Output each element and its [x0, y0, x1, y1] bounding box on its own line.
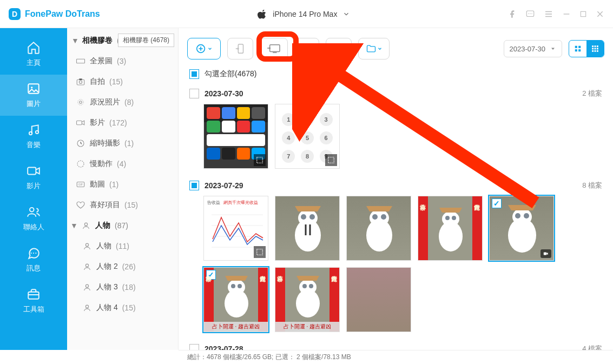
grid-small-view[interactable] — [586, 41, 604, 57]
export-device-button[interactable] — [227, 38, 253, 59]
photo-thumbnail[interactable] — [203, 104, 268, 169]
grid-icon — [574, 45, 582, 52]
nav-music[interactable]: 音樂 — [0, 116, 67, 157]
photo-grid-scroll[interactable]: 勾選全部(4678) 2023-07-30 2 檔案 123 456 — [179, 69, 613, 350]
camera-roll-tooltip: 相機膠卷 (4678) — [118, 34, 174, 47]
photo-thumbnail[interactable] — [346, 196, 411, 261]
checkbox-checked-icon[interactable]: ✓ — [492, 198, 502, 208]
panorama-icon — [76, 56, 85, 66]
album-person-1[interactable]: 人物 (11) — [67, 236, 178, 256]
contacts-icon — [27, 205, 41, 219]
date-group-header[interactable]: 2023-07-30 2 檔案 — [187, 85, 604, 104]
svg-rect-20 — [77, 121, 82, 125]
date-group-header[interactable]: 2023-07-29 8 檔案 — [187, 177, 604, 196]
menu-icon[interactable] — [544, 9, 553, 19]
group-checkbox[interactable] — [189, 89, 199, 98]
sidenav: 主頁 圖片 音樂 影片 聯絡人 訊息 工具箱 — [0, 28, 67, 350]
svg-point-1 — [528, 13, 529, 14]
camera-icon — [76, 77, 85, 87]
svg-rect-5 — [28, 84, 39, 93]
svg-point-52 — [309, 214, 315, 220]
triangle-down-icon: ▼ — [71, 36, 78, 45]
group-checkbox[interactable] — [189, 344, 199, 350]
album-panorama[interactable]: 全景圖 (3) — [67, 51, 178, 71]
svg-rect-33 — [575, 46, 577, 48]
grid-small-icon — [591, 45, 599, 52]
folder-button[interactable] — [358, 38, 390, 59]
trash-icon — [301, 43, 312, 54]
live-icon — [76, 97, 85, 107]
refresh-button[interactable] — [326, 38, 352, 59]
nav-photos[interactable]: 圖片 — [0, 75, 67, 116]
photo-thumbnail[interactable]: ✓ — [489, 196, 554, 261]
svg-point-72 — [302, 284, 307, 288]
svg-point-18 — [80, 101, 82, 104]
date-filter[interactable]: 2023-07-30 — [504, 40, 563, 57]
album-slomo[interactable]: 慢動作 (4) — [67, 154, 178, 174]
svg-rect-39 — [597, 45, 598, 47]
music-icon — [27, 123, 41, 137]
delete-button[interactable] — [294, 38, 319, 59]
select-all-checkbox[interactable] — [189, 69, 199, 79]
svg-rect-37 — [592, 45, 594, 47]
refresh-icon — [333, 43, 345, 54]
photo-thumbnail[interactable]: 123 456 789 — [275, 104, 340, 169]
facebook-icon[interactable] — [508, 10, 517, 18]
group-checkbox[interactable] — [189, 181, 199, 190]
triangle-down-icon — [550, 45, 556, 52]
album-selfies[interactable]: 自拍 (15) — [67, 71, 178, 92]
photo-thumbnail[interactable] — [346, 267, 411, 332]
close-icon[interactable] — [596, 10, 604, 18]
nav-videos[interactable]: 影片 — [0, 157, 67, 198]
svg-rect-38 — [595, 45, 596, 47]
album-gif[interactable]: GIF 動圖 (1) — [67, 174, 178, 195]
nav-home[interactable]: 主頁 — [0, 34, 67, 75]
photo-thumbnail[interactable]: 小吉算命 吉命兇錢 — [418, 196, 483, 261]
photo-thumbnail[interactable]: ✓ 小吉算命 吉命兇錢 占卜開運 · 趨吉避凶 — [203, 267, 268, 332]
album-live[interactable]: 原況照片 (8) — [67, 92, 178, 112]
minimize-icon[interactable] — [562, 10, 571, 18]
album-timelapse[interactable]: 縮時攝影 (1) — [67, 133, 178, 154]
svg-point-59 — [445, 216, 450, 220]
album-videos[interactable]: 影片 (172) — [67, 112, 178, 133]
nav-messages[interactable]: 訊息 — [0, 239, 67, 280]
album-person-2[interactable]: 人物 2 (26) — [67, 256, 178, 277]
photo-thumbnail[interactable]: 告收益網頁千次曝光收益 — [203, 196, 268, 261]
device-name: iPhone 14 Pro Max — [273, 10, 337, 18]
dog-photo — [275, 196, 340, 261]
svg-rect-34 — [578, 46, 581, 48]
svg-point-56 — [381, 214, 386, 220]
nav-toolbox[interactable]: 工具箱 — [0, 280, 67, 321]
logo-icon: D — [9, 8, 21, 20]
checkbox-checked-icon[interactable]: ✓ — [206, 270, 216, 280]
person-icon — [82, 241, 92, 251]
album-person-3[interactable]: 人物 3 (18) — [67, 277, 178, 297]
grid-large-view[interactable] — [569, 41, 586, 57]
person-icon — [81, 221, 91, 230]
photo-thumbnail[interactable]: 小吉算命 吉命兇錢 占卜開運 · 趨吉避凶 — [275, 267, 340, 332]
svg-point-10 — [30, 208, 34, 212]
album-favorites[interactable]: 喜好項目 (15) — [67, 195, 178, 215]
clock-icon — [76, 138, 85, 148]
maximize-icon[interactable] — [579, 10, 587, 18]
photo-thumbnail[interactable] — [275, 196, 340, 261]
add-button[interactable] — [187, 38, 221, 59]
video-badge-icon — [541, 249, 551, 258]
titlebar-actions — [508, 9, 604, 19]
select-icon — [254, 246, 266, 258]
date-group-header[interactable]: 2023-07-28 4 檔案 — [187, 341, 604, 350]
titlebar: D FonePaw DoTrans iPhone 14 Pro Max — [0, 0, 613, 28]
album-people-header[interactable]: ▼ 人物 (87) — [67, 215, 178, 236]
svg-rect-47 — [328, 157, 334, 163]
nav-contacts[interactable]: 聯絡人 — [0, 198, 67, 239]
export-pc-button[interactable] — [260, 38, 288, 59]
svg-rect-32 — [270, 45, 280, 52]
toolbox-icon — [27, 287, 41, 301]
select-all-row[interactable]: 勾選全部(4678) — [187, 69, 604, 85]
feedback-icon[interactable] — [525, 9, 535, 19]
device-picker[interactable]: iPhone 14 Pro Max — [258, 9, 350, 19]
svg-point-26 — [85, 243, 88, 246]
album-person-4[interactable]: 人物 4 (15) — [67, 297, 178, 318]
album-list: ▼ 相機膠卷 (4678) 全景圖 (3) 自拍 (15) 原況照片 (8) 影… — [67, 28, 179, 350]
svg-rect-9 — [28, 168, 36, 175]
